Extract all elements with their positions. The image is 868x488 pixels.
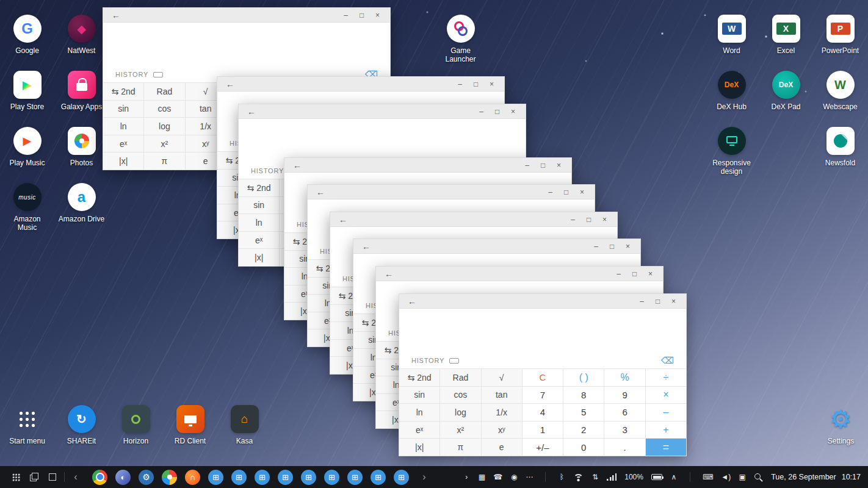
minimize-button[interactable]: – — [456, 81, 464, 88]
calc-key-multiply[interactable]: × — [646, 387, 686, 404]
back-icon[interactable]: ← — [293, 161, 302, 170]
calc-key-nine[interactable]: 9 — [604, 387, 645, 404]
taskbar-calculator-instance[interactable]: ⊞ — [347, 470, 363, 485]
calc-key-power[interactable]: xʸ — [482, 422, 522, 439]
taskbar-calculator-instance[interactable]: ⊞ — [231, 470, 247, 485]
caret-up-icon[interactable]: ∧ — [670, 473, 678, 481]
close-button[interactable]: × — [488, 81, 496, 88]
window-titlebar[interactable]: ← – □ × — [353, 239, 640, 254]
calc-key-zero[interactable]: 0 — [563, 439, 604, 456]
calc-key-sin[interactable]: sin — [239, 197, 279, 214]
maximize-button[interactable]: □ — [631, 270, 638, 278]
calc-key-reciprocal[interactable]: 1/x — [482, 404, 522, 421]
calc-key-parentheses[interactable]: ( ) — [563, 369, 604, 386]
taskbar-app-dex-icon[interactable]: ∩ — [185, 470, 200, 485]
maximize-button[interactable]: □ — [608, 243, 616, 250]
calc-key-sqrt[interactable]: √ — [482, 369, 522, 386]
calc-key-ln[interactable]: ln — [399, 404, 439, 421]
back-icon[interactable]: ← — [226, 80, 234, 88]
calc-key-sin[interactable]: sin — [399, 387, 439, 404]
close-button[interactable]: × — [555, 162, 563, 169]
taskbar-app-photos-icon[interactable] — [162, 470, 177, 485]
back-icon[interactable]: ← — [339, 215, 347, 224]
close-button[interactable]: × — [646, 270, 654, 278]
maximize-button[interactable]: □ — [472, 81, 480, 88]
window-titlebar[interactable]: ← – □ × — [308, 185, 595, 199]
minimize-button[interactable]: – — [546, 188, 554, 196]
taskbar-app-settings-icon[interactable]: ⚙ — [139, 470, 154, 485]
close-button[interactable]: × — [601, 216, 609, 223]
back-icon[interactable]: ← — [362, 242, 371, 251]
back-icon[interactable]: ← — [247, 107, 256, 116]
keyboard-icon[interactable]: ⌨ — [703, 473, 713, 481]
back-icon[interactable]: ← — [112, 11, 120, 20]
calc-key-abs[interactable]: |x| — [103, 152, 143, 170]
minimize-button[interactable]: – — [615, 270, 623, 278]
close-button[interactable]: × — [374, 12, 382, 19]
calc-key-six[interactable]: 6 — [604, 404, 645, 421]
calc-key-pi[interactable]: π — [144, 152, 184, 170]
whatsapp-icon[interactable]: ☎ — [493, 473, 502, 481]
taskbar-calculator-instance[interactable]: ⊞ — [255, 470, 270, 485]
calc-key-euler[interactable]: e — [482, 439, 522, 456]
bluetooth-icon[interactable]: ᛒ — [558, 473, 565, 481]
taskbar-calculator-instance[interactable]: ⊞ — [278, 470, 293, 485]
minimize-button[interactable]: – — [592, 243, 600, 250]
calc-key-square[interactable]: x² — [440, 422, 480, 439]
calc-key-two[interactable]: 2 — [563, 422, 604, 439]
maximize-button[interactable]: □ — [562, 188, 570, 196]
calc-key-divide[interactable]: ÷ — [646, 369, 686, 386]
minimize-button[interactable]: – — [477, 108, 485, 115]
calc-key-cos[interactable]: cos — [144, 101, 184, 118]
apps-grid-icon[interactable] — [9, 470, 23, 484]
minimize-button[interactable]: – — [569, 216, 577, 223]
window-titlebar[interactable]: ← – □ × — [284, 158, 571, 173]
close-button[interactable]: × — [624, 243, 632, 250]
history-tab[interactable]: HISTORY — [411, 357, 444, 364]
taskbar-app-chrome-icon[interactable] — [92, 470, 107, 485]
calc-key-rad[interactable]: Rad — [440, 369, 480, 386]
taskbar-calculator-instance[interactable]: ⊞ — [301, 470, 316, 485]
window-titlebar[interactable]: ← – □ × — [399, 294, 686, 309]
minimize-button[interactable]: – — [638, 298, 646, 305]
calc-key-add[interactable]: + — [646, 422, 686, 439]
keypad-toggle-icon[interactable] — [153, 72, 163, 77]
volume-icon[interactable]: ◄) — [721, 473, 731, 481]
calc-key-cos[interactable]: cos — [440, 387, 480, 404]
calc-key-plusminus[interactable]: +/– — [523, 439, 563, 456]
calc-key-one[interactable]: 1 — [523, 422, 563, 439]
calc-key-log[interactable]: log — [144, 118, 184, 135]
wifi-icon[interactable] — [573, 473, 584, 481]
recents-icon[interactable] — [45, 470, 60, 484]
calc-key-clear[interactable]: C — [523, 369, 563, 386]
history-tab[interactable]: HISTORY — [251, 167, 284, 174]
maximize-button[interactable]: □ — [585, 216, 593, 223]
close-button[interactable]: × — [509, 108, 517, 115]
maximize-button[interactable]: □ — [539, 162, 547, 169]
gallery-icon[interactable]: ▦ — [478, 473, 485, 481]
taskbar-calculator-instance[interactable]: ⊞ — [324, 470, 339, 485]
calc-key-ln[interactable]: ln — [103, 118, 143, 135]
calc-key-log[interactable]: log — [440, 404, 480, 421]
maximize-button[interactable]: □ — [654, 298, 662, 305]
calc-key-three[interactable]: 3 — [604, 422, 645, 439]
multi-window-icon[interactable] — [27, 470, 42, 484]
window-titlebar[interactable]: ← – □ × — [103, 8, 390, 23]
maximize-button[interactable]: □ — [493, 108, 501, 115]
battery-icon[interactable] — [651, 474, 662, 480]
scroll-left-icon[interactable]: ‹ — [69, 472, 82, 483]
more-icon[interactable]: ⋯ — [526, 473, 533, 481]
signal-icon[interactable] — [607, 473, 617, 481]
clock[interactable]: Tue, 26 September 10:17 — [771, 473, 861, 481]
maximize-button[interactable]: □ — [358, 12, 366, 19]
calc-key-exp[interactable]: eˣ — [239, 232, 279, 249]
calc-key-abs[interactable]: |x| — [239, 249, 279, 266]
calc-key-ln[interactable]: ln — [239, 214, 279, 231]
taskbar-calculator-instance[interactable]: ⊞ — [394, 470, 409, 485]
calc-key-seven[interactable]: 7 — [523, 387, 563, 404]
calc-key-exp[interactable]: eˣ — [399, 422, 439, 439]
history-tab[interactable]: HISTORY — [115, 71, 148, 78]
calc-key-eight[interactable]: 8 — [563, 387, 604, 404]
calc-key-second[interactable]: ⇆ 2nd — [399, 369, 439, 386]
minimize-button[interactable]: – — [523, 162, 531, 169]
